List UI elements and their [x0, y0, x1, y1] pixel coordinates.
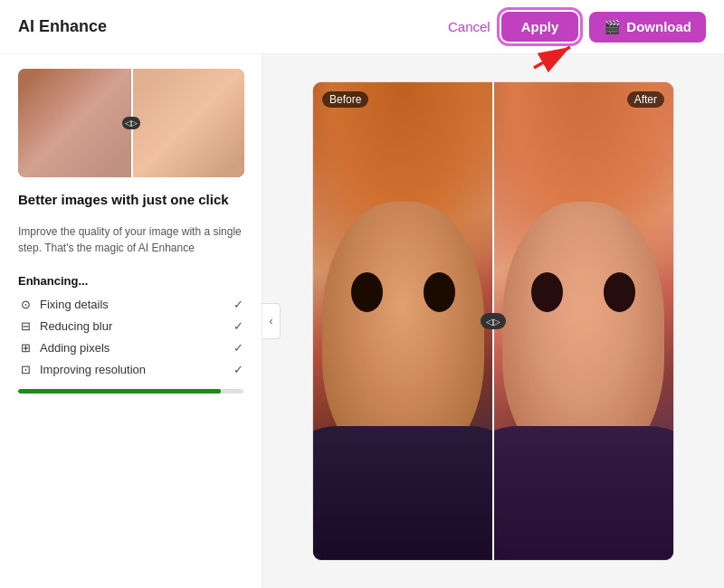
- resolution-icon: ⊡: [18, 362, 33, 376]
- enhancing-title: Enhancing...: [18, 274, 243, 288]
- preview-image: ◁▷: [18, 69, 244, 177]
- download-button[interactable]: 🎬 Download: [589, 12, 706, 43]
- eyes-before: [331, 264, 475, 321]
- step-label-blur: Reducing blur: [40, 319, 112, 333]
- skin-before: [322, 202, 484, 464]
- header-actions: Cancel Apply 🎬 Download: [448, 12, 706, 43]
- promo-desc: Improve the quality of your image with a…: [18, 223, 243, 256]
- handle-icon: ◁▷: [486, 317, 500, 327]
- step-item-pixels: ⊞ Adding pixels ✓: [18, 340, 243, 355]
- clothing-before: [313, 426, 493, 560]
- preview-after: [131, 69, 244, 177]
- apply-button[interactable]: Apply: [501, 12, 579, 42]
- check-pixels: ✓: [233, 341, 243, 355]
- fixing-icon: ⊙: [18, 297, 33, 311]
- before-label: Before: [322, 91, 368, 108]
- step-item-blur: ⊟ Reducing blur ✓: [18, 318, 243, 333]
- eye-left-before: [351, 272, 383, 312]
- step-item-fixing: ⊙ Fixing details ✓: [18, 297, 243, 311]
- step-label-fixing: Fixing details: [40, 298, 109, 311]
- preview-handle[interactable]: ◁▷: [122, 117, 140, 129]
- face-before: [313, 82, 493, 560]
- main-content: ◁▷ Better images with just one click Imp…: [0, 54, 724, 588]
- eye-right-before: [424, 272, 455, 312]
- promo-title: Better images with just one click: [18, 192, 243, 207]
- step-label-resolution: Improving resolution: [40, 363, 146, 376]
- tint-after: [493, 82, 673, 560]
- collapse-button[interactable]: ‹: [262, 303, 281, 339]
- face-after: [493, 82, 673, 560]
- header: AI Enhance Cancel Apply 🎬 Download: [0, 0, 724, 54]
- step-label-pixels: Adding pixels: [40, 341, 110, 355]
- compare-container: Before After ◁▷: [312, 81, 674, 561]
- blur-icon: ⊟: [18, 318, 33, 333]
- download-label: Download: [626, 19, 691, 34]
- compare-before: [313, 82, 493, 560]
- compare-after: [493, 82, 673, 560]
- preview-before: [18, 69, 131, 177]
- after-label: After: [627, 91, 664, 108]
- sidebar: ◁▷ Better images with just one click Imp…: [0, 54, 262, 588]
- progress-bar-wrap: [18, 389, 243, 394]
- step-item-resolution: ⊡ Improving resolution ✓: [18, 362, 243, 376]
- step-list: ⊙ Fixing details ✓ ⊟ Reducing blur ✓ ⊞ A: [18, 297, 243, 376]
- cancel-button[interactable]: Cancel: [448, 19, 491, 34]
- collapse-icon: ‹: [270, 315, 273, 327]
- compare-handle[interactable]: ◁▷: [481, 313, 506, 329]
- pixels-icon: ⊞: [18, 340, 33, 355]
- enhancing-section: Enhancing... ⊙ Fixing details ✓ ⊟ Reduci…: [18, 274, 243, 394]
- progress-bar-fill: [18, 389, 221, 394]
- download-icon: 🎬: [604, 19, 621, 35]
- image-area: ‹: [262, 54, 724, 588]
- check-resolution: ✓: [233, 363, 243, 376]
- check-fixing: ✓: [233, 298, 243, 311]
- page-title: AI Enhance: [18, 17, 107, 36]
- promo-section: Better images with just one click Improv…: [18, 192, 243, 256]
- check-blur: ✓: [233, 319, 243, 333]
